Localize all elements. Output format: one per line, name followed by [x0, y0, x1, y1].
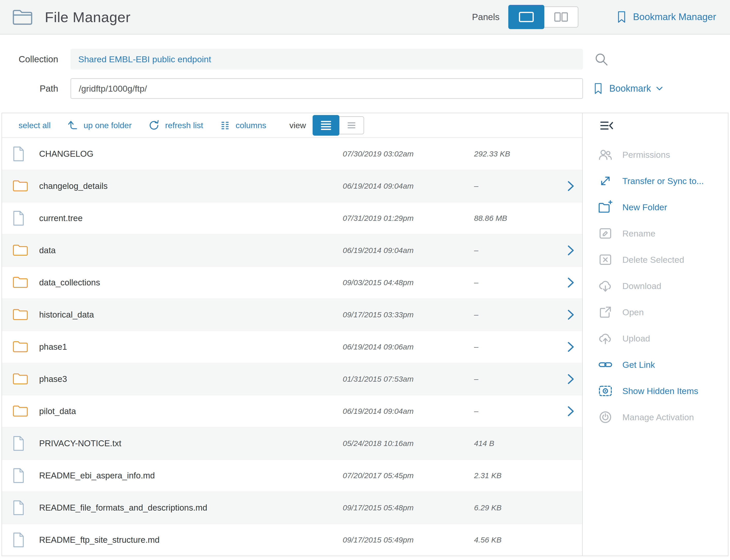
chevron-right-icon[interactable] — [559, 405, 582, 418]
action-upload: Upload — [583, 325, 728, 352]
action-new-folder[interactable]: New Folder — [583, 194, 728, 220]
file-size: – — [474, 375, 559, 383]
file-row[interactable]: pilot_data 06/19/2014 09:04am – — [2, 395, 582, 427]
dual-panel-button[interactable] — [544, 6, 578, 28]
bookmark-icon — [594, 82, 603, 95]
file-row[interactable]: changelog_details 06/19/2014 09:04am – — [2, 170, 582, 202]
file-row[interactable]: README_ebi_aspera_info.md 07/20/2017 05:… — [2, 460, 582, 492]
panels-label: Panels — [472, 12, 500, 22]
file-row[interactable]: data 06/19/2014 09:04am – — [2, 234, 582, 267]
action-get-link[interactable]: Get Link — [583, 352, 728, 378]
list-view-button[interactable] — [312, 115, 339, 136]
chevron-right-icon[interactable] — [559, 180, 582, 193]
file-name: changelog_details — [39, 181, 343, 191]
file-size: 2.31 KB — [474, 471, 559, 480]
file-row[interactable]: historical_data 09/17/2015 03:33pm – — [2, 299, 582, 331]
file-row[interactable]: data_collections 09/03/2015 04:48pm – — [2, 267, 582, 299]
eye-icon — [597, 383, 614, 399]
app-header: File Manager Panels Bookmark Manager — [0, 0, 730, 34]
chevron-right-icon[interactable] — [559, 244, 582, 257]
file-name: README_ebi_aspera_info.md — [39, 471, 343, 480]
file-date: 07/31/2019 01:29pm — [343, 214, 474, 223]
file-row[interactable]: README_file_formats_and_descriptions.md … — [2, 492, 582, 524]
locator-section: Collection Shared EMBL-EBI public endpoi… — [0, 34, 730, 113]
download-icon — [597, 278, 614, 294]
permissions-icon — [597, 146, 614, 163]
file-icon — [12, 146, 25, 162]
folder-icon — [12, 308, 28, 321]
up-one-folder-button[interactable]: up one folder — [67, 120, 132, 131]
file-row[interactable]: phase1 06/19/2014 09:06am – — [2, 331, 582, 363]
chevron-right-icon[interactable] — [559, 340, 582, 353]
file-name: README_ftp_site_structure.md — [39, 535, 343, 545]
file-name: historical_data — [39, 310, 343, 320]
chevron-right-icon[interactable] — [559, 373, 582, 386]
file-row[interactable]: PRIVACY-NOTICE.txt 05/24/2018 10:16am 41… — [2, 427, 582, 460]
folder-icon — [12, 340, 28, 354]
file-date: 09/17/2015 03:33pm — [343, 310, 474, 319]
search-icon[interactable] — [594, 52, 609, 67]
file-name: CHANGELOG — [39, 149, 343, 159]
folder-icon — [12, 244, 28, 257]
chevron-right-icon[interactable] — [559, 276, 582, 289]
delete-icon — [597, 251, 614, 268]
file-manager-logo-icon — [11, 7, 35, 27]
collection-field[interactable]: Shared EMBL-EBI public endpoint — [71, 49, 583, 69]
file-size: – — [474, 310, 559, 319]
file-date: 09/17/2015 05:49pm — [343, 536, 474, 544]
up-one-folder-icon — [67, 120, 79, 131]
file-toolbar: select all up one folder — [2, 113, 582, 138]
file-name: data_collections — [39, 278, 343, 287]
file-date: 07/30/2019 03:02am — [343, 150, 474, 158]
chevron-down-icon — [656, 86, 663, 91]
file-name: pilot_data — [39, 406, 343, 416]
power-icon — [597, 409, 614, 425]
bookmark-manager-label: Bookmark Manager — [633, 12, 716, 22]
rename-icon — [597, 225, 614, 242]
file-name: phase1 — [39, 342, 343, 352]
bookmark-icon — [617, 10, 626, 24]
file-date: 06/19/2014 09:04am — [343, 182, 474, 190]
actions-sidebar: Permissions Transfer or Sync to... New F… — [582, 113, 728, 556]
new-folder-icon — [597, 199, 614, 215]
columns-button[interactable]: columns — [220, 120, 266, 131]
folder-icon — [12, 372, 28, 386]
panels-toggle-group: Panels — [472, 5, 578, 29]
action-open: Open — [583, 299, 728, 325]
file-row[interactable]: phase3 01/31/2015 07:53am – — [2, 363, 582, 395]
file-size: – — [474, 407, 559, 416]
single-panel-button[interactable] — [508, 5, 544, 29]
action-transfer[interactable]: Transfer or Sync to... — [583, 168, 728, 194]
file-name: README_file_formats_and_descriptions.md — [39, 503, 343, 513]
bookmark-dropdown[interactable]: Bookmark — [594, 82, 663, 95]
action-download: Download — [583, 273, 728, 299]
transfer-icon — [597, 173, 614, 189]
file-row[interactable]: CHANGELOG 07/30/2019 03:02am 292.33 KB — [2, 138, 582, 170]
refresh-list-button[interactable]: refresh list — [148, 119, 203, 131]
file-list: CHANGELOG 07/30/2019 03:02am 292.33 KB c… — [2, 138, 582, 556]
file-icon — [12, 435, 25, 451]
detail-view-button[interactable] — [339, 116, 364, 134]
file-size: – — [474, 343, 559, 351]
path-input[interactable] — [71, 78, 583, 99]
select-all-button[interactable]: select all — [19, 121, 51, 130]
file-name: PRIVACY-NOTICE.txt — [39, 439, 343, 448]
file-row[interactable]: README_ftp_site_structure.md 09/17/2015 … — [2, 524, 582, 556]
file-row[interactable]: current.tree 07/31/2019 01:29pm 88.86 MB — [2, 202, 582, 234]
chevron-right-icon[interactable] — [559, 308, 582, 321]
action-permissions: Permissions — [583, 142, 728, 168]
file-size: 292.33 KB — [474, 150, 559, 158]
file-size: – — [474, 278, 559, 287]
collapse-panel-icon[interactable] — [599, 119, 614, 132]
file-date: 06/19/2014 09:06am — [343, 343, 474, 351]
refresh-icon — [148, 119, 160, 131]
folder-icon — [12, 276, 28, 289]
file-icon — [12, 500, 25, 516]
file-size: – — [474, 246, 559, 255]
folder-icon — [12, 405, 28, 418]
action-show-hidden-items[interactable]: Show Hidden Items — [583, 378, 728, 404]
link-icon — [597, 356, 614, 373]
file-name: data — [39, 246, 343, 255]
action-delete-selected: Delete Selected — [583, 247, 728, 273]
bookmark-manager-link[interactable]: Bookmark Manager — [617, 10, 716, 24]
